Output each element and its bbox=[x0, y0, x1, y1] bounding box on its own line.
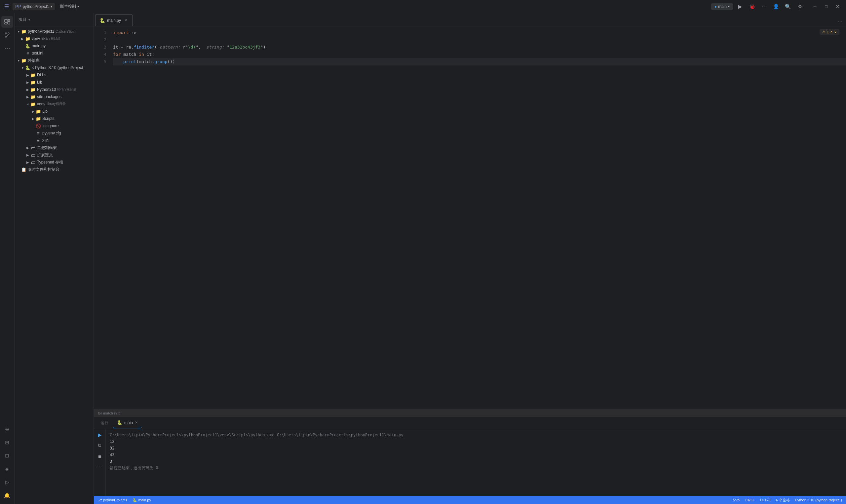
code-editor[interactable]: 1 2 3 4 5 import re bbox=[94, 26, 846, 409]
profile-button[interactable]: 👤 bbox=[771, 2, 780, 11]
folder-icon: 📁 bbox=[30, 94, 36, 100]
tree-item-lib[interactable]: ▶ 📁 Lib bbox=[15, 78, 93, 86]
activity-notification[interactable]: 🔔 bbox=[1, 489, 13, 501]
code-line-5: print (match. group ()) bbox=[113, 58, 846, 66]
tree-item-xini[interactable]: ≡ x.ini bbox=[15, 137, 93, 144]
activity-run[interactable]: ▷ bbox=[1, 476, 13, 488]
python-icon: 🐍 bbox=[25, 65, 30, 70]
settings-button[interactable]: ⚙ bbox=[795, 2, 804, 11]
tab-close-button[interactable]: ✕ bbox=[123, 18, 128, 23]
gitignore-icon: 🚫 bbox=[36, 123, 41, 128]
activity-more[interactable]: ⋯ bbox=[1, 42, 13, 54]
run-reload-button[interactable]: ↻ bbox=[95, 441, 104, 450]
sidebar: 项目 ▾ ▾ 📁 pythonProject1 C:\Users\lipin ▶… bbox=[15, 13, 94, 504]
svg-rect-3 bbox=[5, 23, 7, 24]
tab-run[interactable]: 运行 bbox=[96, 418, 112, 428]
tree-item-pythonProject1[interactable]: ▾ 📁 pythonProject1 C:\Users\lipin bbox=[15, 28, 93, 35]
run-toolbar: ▶ ↻ ■ ⋯ bbox=[94, 429, 106, 496]
debug-button[interactable]: 🐞 bbox=[747, 2, 757, 11]
activity-bookmark[interactable]: ◈ bbox=[1, 463, 13, 475]
activity-project[interactable] bbox=[1, 16, 13, 28]
run-more-button[interactable]: ⋯ bbox=[95, 462, 104, 471]
project-icon: PP bbox=[15, 4, 21, 9]
status-project[interactable]: ⎇ pythonProject1 bbox=[96, 496, 128, 504]
code-line-3: it = re.finditer( pattern: r"\d+", strin… bbox=[113, 43, 846, 51]
svg-rect-0 bbox=[5, 19, 7, 22]
tree-item-main-py[interactable]: 🐍 main.py bbox=[15, 42, 93, 50]
tree-item-venv[interactable]: ▶ 📁 venv library根目录 bbox=[15, 35, 93, 42]
tab-main-run[interactable]: 🐍 main ✕ bbox=[113, 418, 142, 428]
activity-find[interactable]: ⊕ bbox=[1, 424, 13, 435]
tree-item-typeshed[interactable]: ▶ 🗃 Typeshed 存根 bbox=[15, 159, 93, 166]
tree-item-gitignore[interactable]: 🚫 .gitignore bbox=[15, 122, 93, 129]
vcs-button[interactable]: 版本控制 ▾ bbox=[57, 3, 82, 10]
code-fn2: group bbox=[154, 58, 167, 66]
tree-arrow: ▶ bbox=[30, 109, 36, 114]
tree-arrow: ▶ bbox=[25, 160, 30, 165]
window-controls: ─ □ ✕ bbox=[810, 1, 843, 12]
folder-icon: 📁 bbox=[21, 58, 27, 63]
tab-main-py-label: main.py bbox=[107, 18, 121, 23]
activity-layers[interactable]: ⊞ bbox=[1, 437, 13, 449]
tree-item-python310-lib[interactable]: ▶ 📁 Python310 library根目录 bbox=[15, 86, 93, 93]
tree-arrow: ▶ bbox=[25, 79, 30, 85]
run-play-button[interactable]: ▶ bbox=[95, 430, 104, 439]
tree-item-scripts[interactable]: ▶ 📁 Scripts bbox=[15, 115, 93, 122]
run-output[interactable]: C:\Users\lipin\PycharmProjects\pythonPro… bbox=[106, 429, 846, 496]
tree-item-scratch[interactable]: 📋 临时文件和控制台 bbox=[15, 166, 93, 173]
status-branch-label: main.py bbox=[138, 498, 151, 502]
tab-main-close[interactable]: ✕ bbox=[135, 420, 138, 425]
git-branch-icon: ⎇ bbox=[98, 498, 102, 502]
db-icon: 🗃 bbox=[30, 152, 36, 158]
status-position[interactable]: 5:25 bbox=[732, 496, 741, 504]
status-project-label: pythonProject1 bbox=[103, 498, 127, 502]
folder-icon: 📁 bbox=[21, 29, 27, 34]
code-text: ", bbox=[196, 43, 206, 51]
status-line-ending[interactable]: CRLF bbox=[744, 496, 756, 504]
chevron-down-icon: ▾ bbox=[77, 5, 79, 8]
status-encoding[interactable]: UTF-8 bbox=[759, 496, 772, 504]
tab-bar-more-button[interactable]: ⋯ bbox=[835, 17, 845, 26]
tab-bar: 🐍 main.py ✕ ⋯ bbox=[94, 13, 846, 26]
status-indent[interactable]: 4 个空格 bbox=[774, 496, 791, 504]
code-text bbox=[113, 58, 123, 66]
code-content[interactable]: import re it = re.finditer( pattern: r"\… bbox=[110, 26, 846, 409]
search-button[interactable]: 🔍 bbox=[783, 2, 792, 11]
tree-arrow: ▶ bbox=[25, 152, 30, 158]
close-button[interactable]: ✕ bbox=[832, 1, 843, 12]
code-text: it: bbox=[144, 51, 154, 58]
line-numbers: 1 2 3 4 5 bbox=[94, 26, 110, 409]
activity-git[interactable] bbox=[1, 29, 13, 41]
project-selector[interactable]: PP pythonProject1 ▾ bbox=[13, 3, 55, 10]
tab-main-py[interactable]: 🐍 main.py ✕ bbox=[95, 14, 133, 26]
code-line-1: import re bbox=[113, 29, 846, 36]
tree-item-dlls[interactable]: ▶ 📁 DLLs bbox=[15, 71, 93, 78]
activity-plugin[interactable]: ⊡ bbox=[1, 450, 13, 462]
tree-item-test-ini[interactable]: ≡ test.ini bbox=[15, 50, 93, 57]
tree-item-external-libs[interactable]: ▾ 📁 外部库 bbox=[15, 57, 93, 64]
tree-item-pyvenv[interactable]: ≡ pyvenv.cfg bbox=[15, 129, 93, 137]
status-interpreter[interactable]: Python 3.10 (pythonProject1) bbox=[794, 496, 843, 504]
tree-item-binary[interactable]: ▶ 🗃 二进制框架 bbox=[15, 144, 93, 151]
more-button[interactable]: ⋯ bbox=[759, 2, 769, 11]
tree-item-venv2[interactable]: ▾ 📁 venv library根目录 bbox=[15, 101, 93, 108]
svg-point-5 bbox=[8, 33, 9, 34]
python-run-icon: 🐍 bbox=[117, 420, 122, 425]
warning-badge[interactable]: ⚠ 1 ∧ ∨ bbox=[819, 29, 840, 35]
titlebar-actions: ▶ 🐞 ⋯ 👤 🔍 ⚙ bbox=[736, 2, 804, 11]
status-position-label: 5:25 bbox=[733, 498, 740, 502]
run-stop-button[interactable]: ■ bbox=[95, 451, 104, 461]
maximize-button[interactable]: □ bbox=[821, 1, 831, 12]
tree-item-python310[interactable]: ▾ 🐍 < Python 3.10 (pythonProject bbox=[15, 64, 93, 71]
svg-rect-1 bbox=[7, 19, 10, 21]
tree-item-lib2[interactable]: ▶ 📁 Lib bbox=[15, 108, 93, 115]
code-line-4: for match in it: bbox=[113, 51, 846, 58]
status-branch[interactable]: 🐍 main.py bbox=[131, 496, 152, 504]
minimize-button[interactable]: ─ bbox=[810, 1, 820, 12]
tree-item-extensions[interactable]: ▶ 🗃 扩展定义 bbox=[15, 151, 93, 159]
code-kw-in: in bbox=[139, 51, 144, 58]
output-num-3: 3 bbox=[110, 458, 842, 465]
run-config-selector[interactable]: ● main ▾ bbox=[711, 3, 733, 10]
tree-item-site-packages[interactable]: ▶ 📁 site-packages bbox=[15, 93, 93, 101]
run-button[interactable]: ▶ bbox=[736, 2, 745, 11]
